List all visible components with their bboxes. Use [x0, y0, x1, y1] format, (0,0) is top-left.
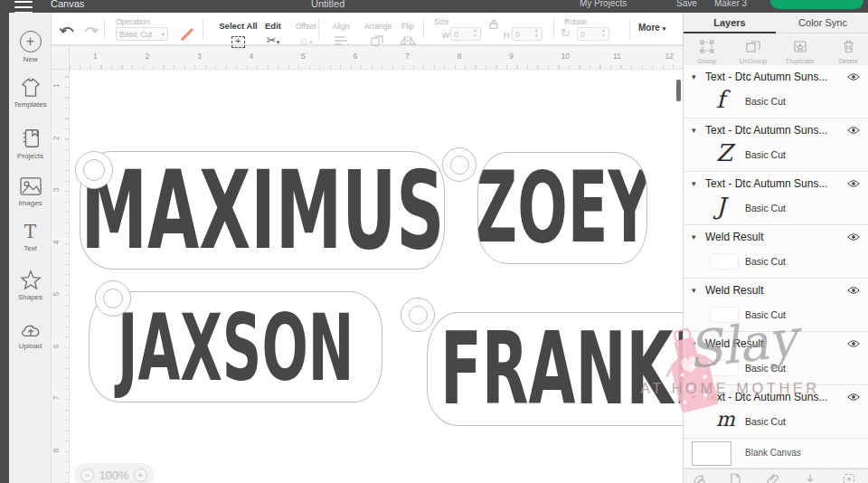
layer-row-weld-2[interactable]: ▾ Weld Result Basic Cut [684, 279, 868, 332]
more-button[interactable]: More ▾ [638, 23, 665, 33]
size-label: Size [434, 17, 449, 26]
attach-icon[interactable] [767, 473, 779, 483]
nav-my-projects[interactable]: My Projects [580, 0, 627, 8]
name-tag-maximus[interactable]: MAXIMUS [80, 151, 445, 270]
layer-row-text-m[interactable]: ▾ Text - Dtc Autumn Suns... m Basic Cut [684, 385, 868, 439]
width-label: W [442, 31, 449, 40]
ruler-number: 6 [354, 52, 358, 61]
name-tag-frankie[interactable]: FRANKIE [427, 312, 683, 426]
collapse-caret-icon[interactable]: ▾ [692, 126, 696, 135]
sidebar-item-templates[interactable]: Templates [9, 78, 52, 109]
visibility-eye-icon[interactable] [847, 179, 860, 188]
collapse-caret-icon[interactable]: ▾ [692, 179, 696, 188]
canvas-artboard[interactable]: MAXIMUS ZOEY JAXSON FRANKIE [70, 70, 683, 483]
operation-dropdown[interactable]: Basic Cut▾ [116, 27, 168, 41]
align-button[interactable]: Align [323, 16, 359, 50]
ruler-number: 1 [52, 84, 61, 89]
sidebar: + New Templates Projects Images T Text S… [9, 13, 52, 483]
sidebar-item-images[interactable]: Images [9, 176, 52, 207]
ruler-number: 1 [93, 52, 98, 61]
cricut-design-space-app: Canvas Untitled My Projects Save Maker 3… [0, 0, 868, 483]
flatten-icon[interactable] [804, 473, 816, 483]
collapse-caret-icon[interactable]: ▾ [692, 72, 696, 81]
duplicate-icon [793, 40, 807, 53]
zoom-out-button[interactable]: − [80, 469, 94, 482]
ungroup-icon [746, 40, 760, 53]
group-icon [700, 40, 714, 53]
lock-icon[interactable] [488, 19, 499, 29]
height-label: H [504, 31, 509, 40]
group-button[interactable]: Group [689, 40, 725, 65]
tab-layers[interactable]: Layers [684, 13, 776, 33]
make-it-button[interactable] [770, 0, 863, 9]
ruler-number: 5 [52, 292, 61, 297]
hamburger-menu-icon[interactable] [14, 0, 33, 10]
layer-row-text-z[interactable]: ▾ Text - Dtc Autumn Suns... Z Basic Cut [684, 118, 868, 172]
sidebar-item-text[interactable]: T Text [9, 222, 52, 252]
visibility-eye-icon[interactable] [847, 232, 860, 242]
collapse-caret-icon[interactable]: ▾ [692, 232, 696, 242]
top-header: Canvas Untitled My Projects Save Maker 3 [0, 0, 868, 13]
layer-color-swatch[interactable] [711, 254, 738, 269]
keychain-hole-jaxson[interactable] [95, 280, 131, 317]
star-icon [20, 270, 42, 290]
rotate-stepper[interactable]: ▲▼ [601, 28, 605, 39]
ungroup-button[interactable]: UnGroup [735, 40, 771, 65]
height-stepper[interactable]: ▲▼ [534, 28, 538, 39]
layer-row-blank-canvas[interactable]: Blank Canvas [684, 439, 868, 469]
sidebar-item-projects[interactable]: Projects [9, 128, 52, 160]
page-title: Canvas [51, 0, 84, 9]
document-name[interactable]: Untitled [311, 0, 344, 9]
layer-row-text-f[interactable]: ▾ Text - Dtc Autumn Suns... f Basic Cut [684, 65, 868, 118]
nav-save[interactable]: Save [676, 0, 697, 8]
zoom-level: 100% [99, 469, 128, 482]
rotate-icon: ↻ [561, 26, 571, 40]
collapse-caret-icon[interactable]: ▾ [692, 286, 696, 295]
sidebar-item-upload[interactable]: Upload [9, 321, 52, 350]
layer-row-weld-1[interactable]: ▾ Weld Result Basic Cut [684, 225, 868, 279]
redo-icon[interactable] [81, 24, 99, 37]
collapse-caret-icon[interactable]: ▾ [692, 393, 696, 402]
ruler-number: 8 [458, 52, 462, 61]
layer-color-swatch[interactable] [711, 361, 738, 375]
slice-icon[interactable] [693, 473, 705, 483]
layer-row-weld-3[interactable]: ▾ Weld Result Basic Cut [684, 332, 868, 385]
flip-button[interactable]: Flip [392, 16, 424, 50]
duplicate-button[interactable]: Duplicate [782, 40, 818, 65]
collapse-caret-icon[interactable]: ▾ [692, 339, 696, 348]
ruler-number: 2 [146, 52, 150, 61]
operation-color-swatch[interactable] [176, 28, 191, 40]
v-ruler-numbers: 12345678 [52, 70, 70, 483]
layer-row-text-j[interactable]: ▾ Text - Dtc Autumn Suns... J Basic Cut [684, 172, 868, 225]
letter-t-icon: T [9, 222, 52, 242]
ruler-number: 2 [52, 136, 61, 140]
undo-icon[interactable] [59, 24, 77, 37]
zoom-control: − 100% + [74, 463, 154, 483]
delete-button[interactable]: Delete [830, 40, 866, 65]
notebook-icon [20, 128, 42, 149]
canvas-scrollbar-thumb[interactable] [676, 80, 681, 101]
keychain-hole-zoey[interactable] [442, 147, 476, 182]
sidebar-item-shapes[interactable]: Shapes [9, 270, 52, 301]
machine-selector[interactable]: Maker 3 [714, 0, 747, 8]
offset-button[interactable]: Offset ☼▾ [285, 16, 326, 47]
visibility-eye-icon[interactable] [847, 72, 860, 81]
name-tag-zoey[interactable]: ZOEY [477, 152, 647, 264]
keychain-hole-maximus[interactable] [75, 151, 113, 189]
sidebar-item-new[interactable]: + New [9, 31, 52, 63]
name-tag-jaxson[interactable]: JAXSON [89, 291, 382, 402]
zoom-in-button[interactable]: + [134, 469, 147, 482]
canvas-color-swatch[interactable] [692, 441, 731, 466]
left-dark-rail [0, 13, 9, 483]
visibility-eye-icon[interactable] [847, 339, 860, 348]
visibility-eye-icon[interactable] [847, 126, 860, 135]
width-stepper[interactable]: ▲▼ [473, 28, 476, 39]
tab-color-sync[interactable]: Color Sync [777, 13, 868, 33]
operation-label: Operation [116, 17, 149, 26]
visibility-eye-icon[interactable] [847, 393, 860, 402]
layer-color-swatch[interactable] [711, 308, 738, 322]
keychain-hole-frankie[interactable] [401, 298, 435, 332]
contour-icon[interactable] [843, 473, 855, 483]
visibility-eye-icon[interactable] [847, 286, 860, 295]
combine-icon[interactable] [730, 473, 741, 483]
